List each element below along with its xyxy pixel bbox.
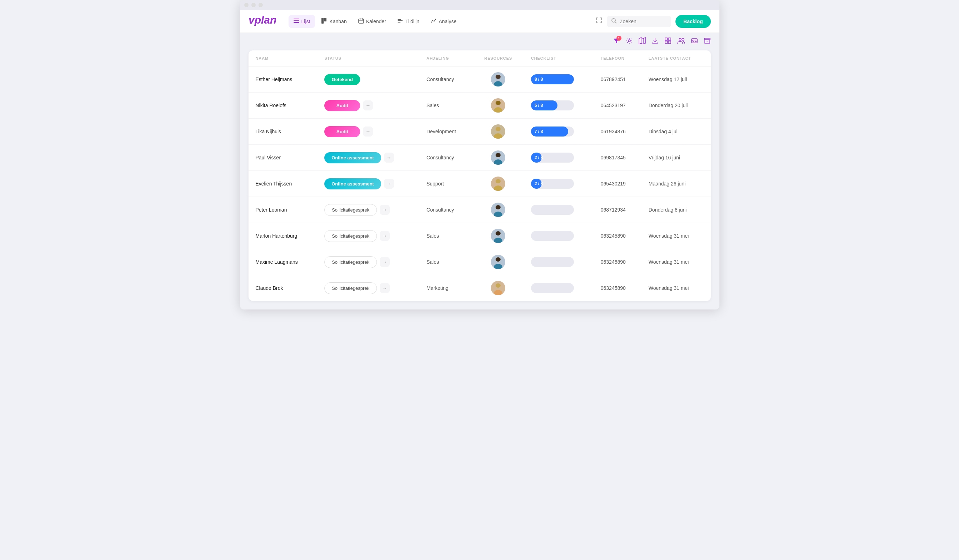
status-badge: Audit → — [324, 100, 373, 111]
last-contact-cell: Donderdag 8 juni — [642, 197, 711, 223]
resources-cell — [473, 145, 524, 171]
logo[interactable]: vplan — [249, 14, 277, 29]
col-afdeling: AFDELING — [419, 50, 473, 67]
checklist-empty — [531, 231, 574, 241]
download-icon[interactable] — [652, 37, 659, 46]
resources-cell — [473, 67, 524, 92]
status-cell: Audit → — [317, 92, 419, 119]
avatar-container — [480, 255, 517, 269]
status-arrow-button[interactable]: → — [384, 153, 394, 162]
resources-cell — [473, 119, 524, 145]
status-arrow-button[interactable]: → — [363, 127, 373, 137]
status-cell: Online assessment → — [317, 171, 419, 197]
checklist-cell — [524, 197, 594, 223]
status-arrow-button[interactable]: → — [363, 100, 373, 110]
status-pill[interactable]: Sollicitatiegesprek — [324, 230, 377, 242]
resources-cell — [473, 223, 524, 249]
col-checklist: CHECKLIST — [524, 50, 594, 67]
status-pill[interactable]: Sollicitatiegesprek — [324, 256, 377, 268]
phone-cell: 065430219 — [594, 171, 642, 197]
checklist-cell — [524, 275, 594, 301]
svg-rect-12 — [398, 22, 400, 22]
svg-rect-4 — [322, 18, 323, 24]
status-pill[interactable]: Audit — [324, 126, 360, 137]
svg-rect-22 — [665, 41, 667, 44]
avatar — [491, 229, 505, 243]
checklist-empty — [531, 205, 574, 215]
department-cell: Consultancy — [419, 145, 473, 171]
svg-marker-17 — [639, 38, 645, 44]
status-pill[interactable]: Sollicitatiegesprek — [324, 204, 377, 216]
analyse-icon — [431, 18, 436, 25]
checklist-bar: 2 / 8 — [531, 179, 574, 189]
status-cell: Getekend — [317, 67, 419, 92]
minimize-dot[interactable] — [252, 3, 256, 7]
status-pill[interactable]: Online assessment — [324, 178, 381, 189]
col-resources: RESOURCES — [473, 50, 524, 67]
nav-item-analyse[interactable]: Analyse — [426, 15, 462, 28]
status-arrow-button[interactable]: → — [384, 179, 394, 189]
status-pill[interactable]: Online assessment — [324, 152, 381, 163]
table-row: Paul Visser Online assessment → Consulta… — [249, 145, 711, 171]
svg-rect-21 — [668, 38, 671, 40]
svg-point-67 — [495, 283, 500, 288]
svg-point-59 — [495, 231, 500, 235]
avatar-container — [480, 150, 517, 165]
phone-cell: 068712934 — [594, 197, 642, 223]
map-icon[interactable] — [639, 37, 646, 46]
avatar — [491, 72, 505, 86]
status-pill[interactable]: Getekend — [324, 74, 360, 85]
status-arrow-button[interactable]: → — [380, 257, 390, 267]
col-status: STATUS — [317, 50, 419, 67]
status-cell: Sollicitatiegesprek → — [317, 223, 419, 249]
resources-cell — [473, 275, 524, 301]
status-cell: Sollicitatiegesprek → — [317, 275, 419, 301]
nav-items: Lijst Kanban Kalender Tijdlijn — [288, 15, 596, 28]
resources-cell — [473, 249, 524, 275]
archive-icon[interactable] — [704, 37, 711, 46]
status-arrow-button[interactable]: → — [380, 231, 390, 241]
vcard-icon[interactable] — [691, 37, 698, 46]
last-contact-cell: Woensdag 31 mei — [642, 275, 711, 301]
filter-icon[interactable]: 1 — [613, 37, 620, 46]
svg-point-43 — [495, 127, 500, 131]
nav-item-kalender[interactable]: Kalender — [353, 15, 391, 28]
nav-item-kanban[interactable]: Kanban — [317, 15, 352, 28]
col-telefoon: TELEFOON — [594, 50, 642, 67]
svg-rect-3 — [293, 22, 299, 23]
last-contact-cell: Dinsdag 4 juli — [642, 119, 711, 145]
status-cell: Online assessment → — [317, 145, 419, 171]
nav-item-lijst[interactable]: Lijst — [288, 15, 315, 28]
checklist-label: 2 / 8 — [535, 181, 543, 186]
status-arrow-button[interactable]: → — [380, 283, 390, 293]
status-pill[interactable]: Sollicitatiegesprek — [324, 282, 377, 294]
fullscreen-icon[interactable] — [595, 17, 602, 26]
svg-line-15 — [615, 22, 616, 23]
expand-dot[interactable] — [258, 3, 263, 7]
toolbar: 1 — [240, 33, 719, 50]
team-icon[interactable] — [677, 37, 685, 46]
settings-icon[interactable] — [626, 37, 633, 46]
department-cell: Support — [419, 171, 473, 197]
status-arrow-button[interactable]: → — [380, 205, 390, 215]
checklist-bar: 2 / 8 — [531, 153, 574, 162]
avatar-container — [480, 124, 517, 138]
checklist-bar: 8 / 8 — [531, 74, 574, 84]
candidate-name: Evelien Thijssen — [249, 171, 317, 197]
status-badge: Sollicitatiegesprek → — [324, 230, 390, 242]
backlog-button[interactable]: Backlog — [675, 15, 710, 28]
avatar — [491, 98, 505, 113]
puzzle-icon[interactable] — [664, 37, 672, 46]
status-pill[interactable]: Audit — [324, 100, 360, 111]
nav-item-lijst-label: Lijst — [301, 19, 311, 24]
table-row: Lika Nijhuis Audit → Development 7 / 8 0… — [249, 119, 711, 145]
avatar — [491, 124, 505, 138]
nav-item-tijdlijn[interactable]: Tijdlijn — [393, 15, 424, 28]
close-dot[interactable] — [244, 3, 249, 7]
nav-item-kanban-label: Kanban — [329, 19, 346, 24]
search-input[interactable] — [620, 19, 666, 24]
checklist-empty — [531, 283, 574, 293]
last-contact-cell: Vrijdag 16 juni — [642, 145, 711, 171]
lijst-icon — [293, 18, 299, 25]
table-row: Marlon Hartenburg Sollicitatiegesprek → … — [249, 223, 711, 249]
